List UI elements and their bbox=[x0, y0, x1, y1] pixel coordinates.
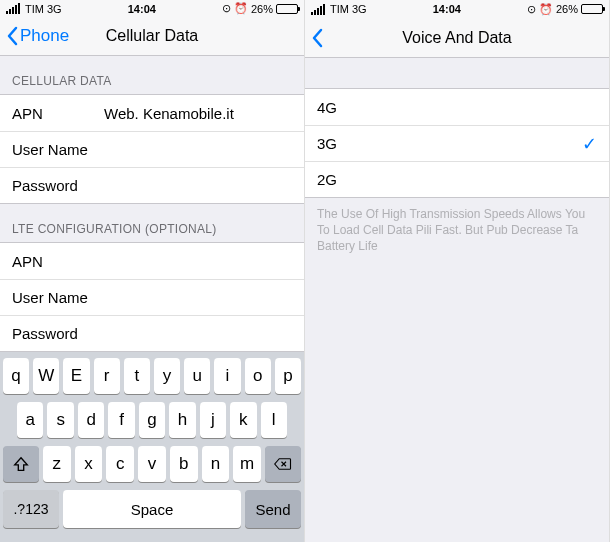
carrier-label: TIM bbox=[330, 3, 349, 15]
space-key[interactable]: Space bbox=[63, 490, 241, 528]
key-a[interactable]: a bbox=[17, 402, 43, 438]
footnote: The Use Of High Transmission Speeds Allo… bbox=[305, 198, 609, 255]
key-s[interactable]: s bbox=[47, 402, 73, 438]
username-label: User Name bbox=[12, 141, 104, 158]
key-u[interactable]: u bbox=[184, 358, 210, 394]
shift-icon bbox=[12, 455, 30, 473]
shift-key[interactable] bbox=[3, 446, 39, 482]
apn-input[interactable] bbox=[104, 105, 294, 122]
backspace-key[interactable] bbox=[265, 446, 301, 482]
checkmark-icon: ✓ bbox=[582, 133, 597, 155]
lte-password-label: Password bbox=[12, 325, 104, 342]
key-w[interactable]: W bbox=[33, 358, 59, 394]
carrier-label: TIM bbox=[25, 3, 44, 15]
key-k[interactable]: k bbox=[230, 402, 256, 438]
chevron-left-icon bbox=[311, 28, 323, 48]
alarm-icon-2: ⏰ bbox=[539, 3, 553, 16]
key-h[interactable]: h bbox=[169, 402, 195, 438]
key-i[interactable]: i bbox=[214, 358, 240, 394]
signal-icon bbox=[6, 3, 20, 14]
network-label: 3G bbox=[352, 3, 367, 15]
option-label: 2G bbox=[317, 171, 597, 188]
lte-password-row[interactable]: Password bbox=[0, 315, 304, 351]
key-r[interactable]: r bbox=[94, 358, 120, 394]
lte-username-label: User Name bbox=[12, 289, 104, 306]
voice-data-options: 4G3G✓2G bbox=[305, 88, 609, 198]
key-o[interactable]: o bbox=[245, 358, 271, 394]
lte-apn-label: APN bbox=[12, 253, 104, 270]
key-y[interactable]: y bbox=[154, 358, 180, 394]
alarm-icon: ⊙ bbox=[527, 3, 536, 16]
battery-icon bbox=[581, 4, 603, 14]
lte-apn-row[interactable]: APN bbox=[0, 243, 304, 279]
option-label: 4G bbox=[317, 99, 597, 116]
key-v[interactable]: v bbox=[138, 446, 166, 482]
back-button[interactable] bbox=[311, 28, 323, 48]
battery-icon bbox=[276, 4, 298, 14]
nav-bar: Phone Cellular Data bbox=[0, 17, 304, 56]
key-j[interactable]: j bbox=[200, 402, 226, 438]
alarm-icon: ⊙ bbox=[222, 2, 231, 15]
option-label: 3G bbox=[317, 135, 582, 152]
status-bar: TIM 3G 14:04 ⊙ ⏰ 26% bbox=[305, 0, 609, 18]
key-l[interactable]: l bbox=[261, 402, 287, 438]
phone-left: TIM 3G 14:04 ⊙ ⏰ 26% Phone Cellular Data… bbox=[0, 0, 305, 542]
lte-password-input[interactable] bbox=[104, 325, 294, 342]
alarm-icon-2: ⏰ bbox=[234, 2, 248, 15]
lte-apn-input[interactable] bbox=[104, 253, 294, 270]
key-m[interactable]: m bbox=[233, 446, 261, 482]
battery-pct: 26% bbox=[556, 3, 578, 15]
option-2g[interactable]: 2G bbox=[305, 161, 609, 197]
key-x[interactable]: x bbox=[75, 446, 103, 482]
lte-group: APN User Name Password bbox=[0, 242, 304, 352]
send-key[interactable]: Send bbox=[245, 490, 301, 528]
status-bar: TIM 3G 14:04 ⊙ ⏰ 26% bbox=[0, 0, 304, 17]
backspace-icon bbox=[274, 455, 292, 473]
option-3g[interactable]: 3G✓ bbox=[305, 125, 609, 161]
password-label: Password bbox=[12, 177, 104, 194]
keyboard-row-4: .?123 Space Send bbox=[3, 490, 301, 528]
username-row[interactable]: User Name bbox=[0, 131, 304, 167]
network-label: 3G bbox=[47, 3, 62, 15]
option-4g[interactable]: 4G bbox=[305, 89, 609, 125]
username-input[interactable] bbox=[104, 141, 294, 158]
phone-right: TIM 3G 14:04 ⊙ ⏰ 26% Voice And Data 4G3G… bbox=[305, 0, 610, 542]
lte-username-input[interactable] bbox=[104, 289, 294, 306]
key-e[interactable]: E bbox=[63, 358, 89, 394]
battery-pct: 26% bbox=[251, 3, 273, 15]
section-header-lte: LTE CONFIGURATION (OPTIONAL) bbox=[0, 204, 304, 242]
apn-row[interactable]: APN bbox=[0, 95, 304, 131]
keyboard: qWErtyuiop asdfghjkl zxcvbnm .?123 Space… bbox=[0, 352, 304, 542]
apn-label: APN bbox=[12, 105, 104, 122]
back-button[interactable]: Phone bbox=[6, 26, 69, 46]
key-n[interactable]: n bbox=[202, 446, 230, 482]
password-input[interactable] bbox=[104, 177, 294, 194]
key-c[interactable]: c bbox=[106, 446, 134, 482]
password-row[interactable]: Password bbox=[0, 167, 304, 203]
key-z[interactable]: z bbox=[43, 446, 71, 482]
key-f[interactable]: f bbox=[108, 402, 134, 438]
nav-bar: Voice And Data bbox=[305, 18, 609, 58]
keyboard-row-2: asdfghjkl bbox=[3, 402, 301, 438]
keyboard-row-1: qWErtyuiop bbox=[3, 358, 301, 394]
key-d[interactable]: d bbox=[78, 402, 104, 438]
clock: 14:04 bbox=[367, 3, 527, 15]
page-title: Voice And Data bbox=[305, 29, 609, 47]
key-b[interactable]: b bbox=[170, 446, 198, 482]
clock: 14:04 bbox=[62, 3, 222, 15]
cellular-data-group: APN User Name Password bbox=[0, 94, 304, 204]
numbers-key[interactable]: .?123 bbox=[3, 490, 59, 528]
chevron-left-icon bbox=[6, 26, 18, 46]
back-label: Phone bbox=[20, 26, 69, 46]
key-q[interactable]: q bbox=[3, 358, 29, 394]
signal-icon bbox=[311, 4, 325, 15]
key-t[interactable]: t bbox=[124, 358, 150, 394]
section-header-cellular: CELLULAR DATA bbox=[0, 56, 304, 94]
keyboard-row-3: zxcvbnm bbox=[3, 446, 301, 482]
key-p[interactable]: p bbox=[275, 358, 301, 394]
key-g[interactable]: g bbox=[139, 402, 165, 438]
lte-username-row[interactable]: User Name bbox=[0, 279, 304, 315]
